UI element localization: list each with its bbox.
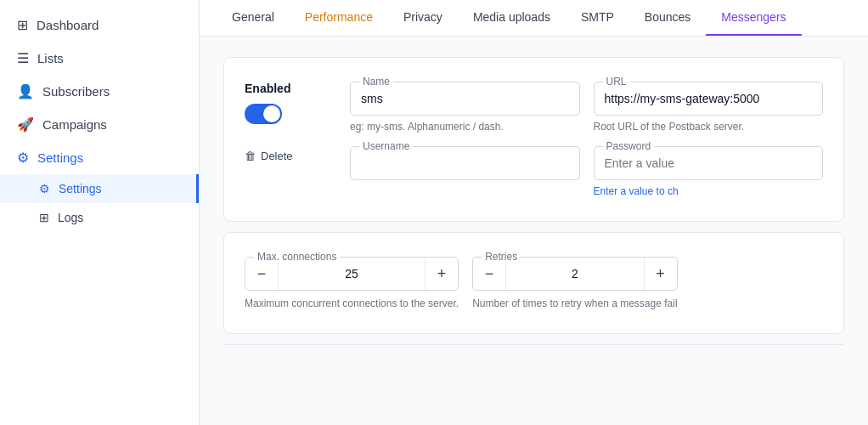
retries-label: Retries	[482, 251, 521, 263]
sidebar-item-subscribers-label: Subscribers	[42, 84, 110, 99]
sidebar-item-dashboard[interactable]: ⊞ Dashboard	[0, 8, 199, 42]
subscribers-icon: 👤	[17, 83, 34, 99]
sidebar-item-settings-label: Settings	[37, 150, 83, 165]
name-hint: eg: my-sms. Alphanumeric / dash.	[350, 121, 580, 133]
sidebar-item-lists-label: Lists	[37, 51, 64, 65]
main-content: General Performance Privacy Media upload…	[200, 0, 868, 425]
name-input[interactable]	[361, 92, 569, 105]
password-field-group: Password Enter a value to ch	[594, 146, 824, 197]
url-hint: Root URL of the Postback server.	[594, 121, 824, 133]
sidebar-item-logs[interactable]: ⊞ Logs	[0, 203, 199, 232]
sidebar: ⊞ Dashboard ☰ Lists 👤 Subscribers 🚀 Camp…	[0, 0, 200, 425]
delete-icon: 🗑	[245, 150, 256, 162]
max-connections-label: Max. connections	[254, 251, 340, 263]
url-input[interactable]	[605, 92, 813, 105]
toggle-container	[245, 104, 330, 124]
name-field-wrapper: Name	[350, 82, 580, 116]
max-connections-increment[interactable]: +	[426, 258, 458, 290]
tab-general[interactable]: General	[217, 0, 290, 36]
sidebar-item-dashboard-label: Dashboard	[37, 18, 99, 32]
username-input[interactable]	[361, 156, 569, 170]
tab-media-uploads[interactable]: Media uploads	[458, 0, 566, 36]
retries-hint: Number of times to retry when a message …	[472, 298, 677, 309]
tab-smtp[interactable]: SMTP	[566, 0, 629, 36]
username-field-group: Username	[350, 146, 580, 197]
dashboard-icon: ⊞	[17, 17, 28, 33]
sidebar-item-settings-sub[interactable]: ⚙ Settings	[0, 174, 199, 203]
tab-messengers[interactable]: Messengers	[706, 0, 801, 36]
sidebar-item-logs-label: Logs	[58, 211, 83, 224]
max-connections-hint: Maximum concurrent connections to the se…	[245, 298, 459, 309]
name-field-group: Name eg: my-sms. Alphanumeric / dash.	[350, 82, 580, 133]
enabled-label: Enabled	[245, 82, 330, 95]
settings-sub-icon: ⚙	[39, 182, 50, 196]
form-top-row: Enabled 🗑 Delete Name	[245, 82, 823, 197]
tab-performance[interactable]: Performance	[290, 0, 388, 36]
sidebar-item-settings-sub-label: Settings	[59, 182, 102, 196]
retries-value: 2	[505, 258, 644, 290]
password-field-wrapper: Password	[594, 146, 824, 180]
max-connections-stepper: Max. connections − 25 +	[245, 257, 459, 291]
campaigns-icon: 🚀	[17, 116, 34, 133]
enabled-section: Enabled 🗑 Delete	[245, 82, 330, 166]
url-field-group: URL Root URL of the Postback server.	[594, 82, 824, 133]
enabled-toggle[interactable]	[245, 104, 282, 124]
messenger-form-card: Enabled 🗑 Delete Name	[223, 57, 844, 222]
password-hint: Enter a value to ch	[594, 185, 824, 197]
username-password-row: Username Password Enter a value to ch	[350, 146, 823, 197]
delete-label: Delete	[261, 150, 293, 162]
url-field-label: URL	[603, 76, 630, 88]
name-url-row: Name eg: my-sms. Alphanumeric / dash. UR…	[350, 82, 823, 133]
name-field-label: Name	[359, 76, 393, 88]
content-area: Enabled 🗑 Delete Name	[200, 37, 868, 425]
settings-sub-menu: ⚙ Settings ⊞ Logs	[0, 174, 199, 232]
steppers-row: Max. connections − 25 + Maximum concurre…	[245, 257, 823, 309]
sidebar-item-subscribers[interactable]: 👤 Subscribers	[0, 75, 199, 108]
sidebar-item-campaigns[interactable]: 🚀 Campaigns	[0, 108, 199, 141]
sidebar-item-lists[interactable]: ☰ Lists	[0, 42, 199, 75]
password-input[interactable]	[605, 156, 813, 170]
username-field-wrapper: Username	[350, 146, 580, 180]
url-field-wrapper: URL	[594, 82, 824, 116]
tabs-bar: General Performance Privacy Media upload…	[200, 0, 868, 37]
tab-bounces[interactable]: Bounces	[629, 0, 706, 36]
delete-button[interactable]: 🗑 Delete	[245, 146, 330, 166]
fields-section: Name eg: my-sms. Alphanumeric / dash. UR…	[350, 82, 823, 197]
sidebar-item-campaigns-label: Campaigns	[42, 117, 107, 132]
steppers-card: Max. connections − 25 + Maximum concurre…	[223, 232, 844, 334]
bottom-divider	[223, 344, 844, 345]
retries-increment[interactable]: +	[645, 258, 677, 290]
sidebar-item-settings[interactable]: ⚙ Settings	[0, 141, 199, 174]
username-field-label: Username	[359, 140, 413, 152]
max-connections-group: Max. connections − 25 + Maximum concurre…	[245, 257, 459, 309]
lists-icon: ☰	[17, 50, 29, 66]
retries-group: Retries − 2 + Number of times to retry w…	[472, 257, 677, 309]
settings-icon: ⚙	[17, 150, 29, 166]
retries-stepper: Retries − 2 +	[472, 257, 677, 291]
logs-icon: ⊞	[39, 211, 49, 224]
tab-privacy[interactable]: Privacy	[388, 0, 458, 36]
password-field-label: Password	[603, 140, 655, 152]
